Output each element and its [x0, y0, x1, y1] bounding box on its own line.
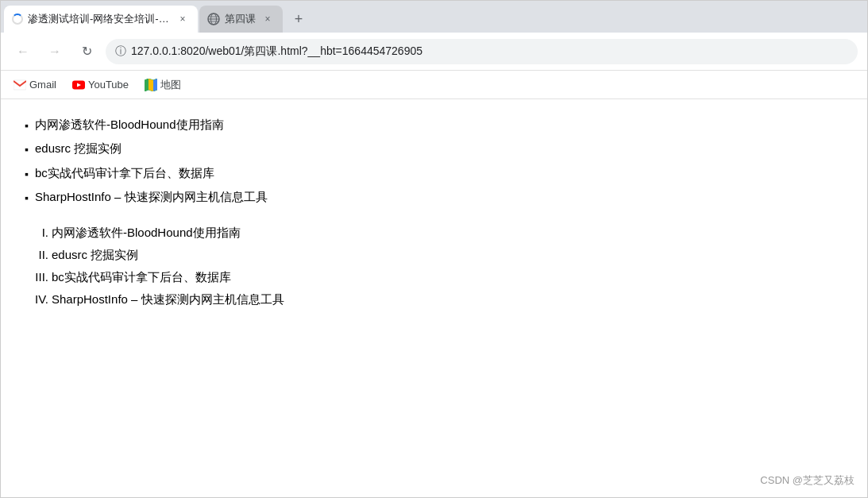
tab-1-close[interactable]: × — [176, 12, 190, 26]
bookmark-youtube[interactable]: YouTube — [66, 75, 135, 95]
secure-icon: ⓘ — [115, 44, 126, 59]
forward-button[interactable]: → — [42, 39, 68, 64]
tab-1-title: 渗透测试培训-网络安全培训-暗F... — [28, 12, 171, 26]
tab-1[interactable]: 渗透测试培训-网络安全培训-暗F... × — [4, 6, 198, 33]
url-text: 127.0.0.1:8020/web01/第四课.html?__hbt=1664… — [131, 44, 422, 59]
ordered-item-4: IV. SharpHostInfo – 快速探测内网主机信息工具 — [25, 290, 843, 309]
ordered-item-4-num: IV. — [25, 290, 48, 309]
tab-2-title: 第四课 — [225, 12, 256, 26]
bullet-item-3-text: bc实战代码审计拿下后台、数据库 — [35, 164, 214, 183]
page-content: 内网渗透软件-BloodHound使用指南 edusrc 挖掘实例 bc实战代码… — [1, 99, 867, 497]
ordered-item-1-text: 内网渗透软件-BloodHound使用指南 — [52, 223, 241, 242]
ordered-item-4-text: SharpHostInfo – 快速探测内网主机信息工具 — [52, 290, 284, 309]
ordered-item-3-text: bc实战代码审计拿下后台、数据库 — [52, 268, 231, 287]
watermark: CSDN @芝芝又荔枝 — [760, 473, 854, 488]
youtube-icon — [72, 79, 85, 91]
bullet-item-2-text: edusrc 挖掘实例 — [35, 139, 122, 158]
ordered-item-3: III. bc实战代码审计拿下后台、数据库 — [25, 268, 843, 287]
bookmark-maps-label: 地图 — [160, 78, 181, 92]
svg-marker-9 — [145, 79, 149, 91]
address-bar[interactable]: ⓘ 127.0.0.1:8020/web01/第四课.html?__hbt=16… — [106, 39, 858, 64]
bullet-item-1-text: 内网渗透软件-BloodHound使用指南 — [35, 115, 224, 134]
bullet-item-4-text: SharpHostInfo – 快速探测内网主机信息工具 — [35, 187, 268, 207]
ordered-item-3-num: III. — [25, 268, 48, 287]
svg-marker-11 — [153, 79, 157, 91]
ordered-item-2-num: II. — [25, 245, 48, 264]
ordered-item-1: I. 内网渗透软件-BloodHound使用指南 — [25, 223, 843, 242]
tab-2[interactable]: 第四课 × — [199, 6, 283, 33]
back-button[interactable]: ← — [10, 39, 36, 64]
ordered-item-2: II. edusrc 挖掘实例 — [25, 245, 843, 264]
bullet-item-4: SharpHostInfo – 快速探测内网主机信息工具 — [25, 187, 843, 207]
ordered-item-2-text: edusrc 挖掘实例 — [52, 245, 138, 264]
bullet-item-2: edusrc 挖掘实例 — [25, 139, 843, 158]
maps-icon — [145, 79, 157, 91]
bookmark-gmail-label: Gmail — [29, 79, 56, 91]
refresh-button[interactable]: ↻ — [74, 39, 99, 64]
bookmark-maps[interactable]: 地图 — [138, 75, 187, 95]
bullet-item-3: bc实战代码审计拿下后台、数据库 — [25, 164, 843, 183]
nav-bar: ← → ↻ ⓘ 127.0.0.1:8020/web01/第四课.html?__… — [1, 33, 867, 71]
bullet-item-1: 内网渗透软件-BloodHound使用指南 — [25, 115, 843, 134]
gmail-icon — [14, 79, 26, 91]
tab-1-favicon — [12, 14, 23, 25]
ordered-list: I. 内网渗透软件-BloodHound使用指南 II. edusrc 挖掘实例… — [25, 223, 843, 309]
bullet-list: 内网渗透软件-BloodHound使用指南 edusrc 挖掘实例 bc实战代码… — [25, 115, 843, 207]
bookmarks-bar: Gmail YouTube 地图 — [1, 71, 867, 99]
tab-2-close[interactable]: × — [260, 12, 275, 26]
bookmark-gmail[interactable]: Gmail — [7, 75, 63, 95]
tab-bar: 渗透测试培训-网络安全培训-暗F... × 第四课 × + — [1, 1, 867, 33]
ordered-item-1-num: I. — [25, 223, 48, 242]
browser-window: 渗透测试培训-网络安全培训-暗F... × 第四课 × + ← → ↻ ⓘ 12… — [0, 0, 868, 498]
bookmark-youtube-label: YouTube — [88, 79, 129, 91]
new-tab-button[interactable]: + — [287, 8, 310, 30]
tab-2-favicon — [207, 13, 220, 25]
svg-marker-10 — [149, 79, 153, 91]
